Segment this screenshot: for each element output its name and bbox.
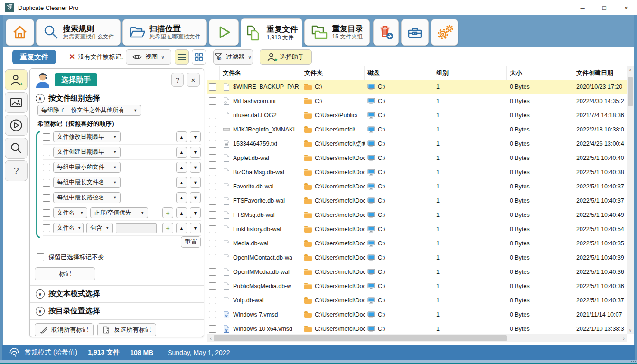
sidebar-item-image-preview[interactable]: [5, 92, 28, 113]
column-header-filename[interactable]: 文件名: [220, 66, 301, 80]
tab-start-scan[interactable]: [209, 19, 239, 46]
unmark-all-button[interactable]: 取消所有标记: [35, 323, 94, 336]
tab-scan-location[interactable]: 扫描位置 您希望在哪查找文件: [122, 19, 207, 46]
move-up-button[interactable]: ▲: [176, 162, 187, 173]
close-button[interactable]: ×: [615, 0, 637, 15]
scroll-down-arrow-icon[interactable]: ∨: [627, 327, 634, 334]
rule-checkbox[interactable]: [43, 224, 50, 232]
column-header-size[interactable]: 大小: [507, 66, 573, 80]
row-checkbox[interactable]: [209, 97, 216, 105]
sidebar-item-search[interactable]: [5, 138, 28, 159]
maximize-button[interactable]: □: [593, 0, 615, 15]
row-checkbox[interactable]: [209, 240, 216, 247]
table-row[interactable]: FTSFavorite.db-walC:\Users\mefcl\DocumeC…: [207, 194, 627, 208]
table-row[interactable]: BizChatMsg.db-walC:\Users\mefcl\DocumeC:…: [207, 165, 627, 179]
scroll-right-arrow-icon[interactable]: ›: [620, 334, 627, 342]
keep-marks-checkbox[interactable]: [37, 253, 44, 261]
tab-duplicate-folders[interactable]: 重复目录 15 文件夹组: [304, 19, 370, 46]
row-checkbox[interactable]: [209, 211, 216, 219]
table-row[interactable]: ntuser.dat.LOG2C:\Users\Public\C:\10 Byt…: [207, 108, 627, 122]
move-up-button[interactable]: ▲: [176, 147, 187, 158]
row-checkbox[interactable]: [209, 225, 216, 233]
row-checkbox[interactable]: [209, 297, 216, 304]
move-up-button[interactable]: ▲: [176, 192, 187, 203]
table-row[interactable]: Applet.db-walC:\Users\mefcl\DocumeC:\10 …: [207, 151, 627, 165]
table-row[interactable]: 15334464759.txtC:\Users\mefcl\桌面\C:\10 B…: [207, 137, 627, 151]
move-down-button[interactable]: ▼: [190, 177, 201, 188]
section-select-by-text[interactable]: ∨ 按文本模式选择: [36, 289, 100, 299]
table-row[interactable]: Windows 10 x64.vmsdC:\Users\mefcl\Docume…: [207, 322, 627, 334]
tab-search-rules[interactable]: 搜索规则 您需要查找什么文件: [36, 19, 121, 46]
table-row[interactable]: Voip.db-walC:\Users\mefcl\DocumeC:\10 By…: [207, 293, 627, 308]
rule-operator-dropdown[interactable]: 包含▼: [86, 223, 113, 233]
filter-dropdown[interactable]: 0 过滤器 ∨: [213, 49, 253, 65]
rule-field-dropdown[interactable]: 文件名▼: [53, 207, 87, 218]
move-down-button[interactable]: ▼: [190, 162, 201, 173]
rule-operator-dropdown[interactable]: 正序/空值优先▼: [90, 207, 148, 218]
rule-field-dropdown[interactable]: 文件修改日期最早▼: [53, 131, 121, 142]
column-header-group[interactable]: 组别: [433, 66, 507, 80]
move-up-button[interactable]: ▲: [176, 177, 187, 188]
tab-tools[interactable]: [401, 19, 429, 46]
list-view-button[interactable]: [175, 49, 189, 65]
row-checkbox[interactable]: [209, 183, 216, 190]
tab-duplicate-files[interactable]: 重复文件 1,913 文件: [241, 18, 302, 47]
add-rule-button[interactable]: +: [162, 223, 173, 233]
selection-assistant-button[interactable]: ★ 选择助手: [260, 49, 312, 65]
row-checkbox[interactable]: [209, 140, 216, 148]
move-down-button[interactable]: ▼: [190, 207, 201, 218]
column-header-disk[interactable]: 磁盘: [365, 66, 433, 80]
grid-view-button[interactable]: [192, 49, 206, 65]
table-row[interactable]: PublicMsgMedia.db-wC:\Users\mefcl\Docume…: [207, 279, 627, 293]
row-checkbox[interactable]: [209, 154, 216, 162]
rule-checkbox[interactable]: [43, 164, 50, 171]
move-up-button[interactable]: ▲: [176, 207, 187, 218]
table-row[interactable]: Favorite.db-walC:\Users\mefcl\DocumeC:\1…: [207, 179, 627, 194]
rule-field-dropdown[interactable]: 每组中最长文件名▼: [53, 177, 121, 188]
rule-field-dropdown[interactable]: 文件创建日期最早▼: [53, 147, 121, 158]
rule-value-input[interactable]: [116, 223, 157, 233]
header-checkbox-column[interactable]: [207, 66, 220, 80]
move-down-button[interactable]: ▼: [190, 147, 201, 158]
rule-checkbox[interactable]: [43, 149, 50, 156]
row-checkbox[interactable]: [209, 282, 216, 290]
rule-checkbox[interactable]: [43, 209, 50, 217]
move-down-button[interactable]: ▼: [190, 223, 201, 233]
panel-help-button[interactable]: ?: [171, 73, 184, 87]
rule-checkbox[interactable]: [43, 179, 50, 187]
row-checkbox[interactable]: [209, 311, 216, 318]
row-checkbox[interactable]: [209, 268, 216, 276]
sidebar-item-selection-assistant[interactable]: ★: [5, 69, 28, 90]
tab-home[interactable]: [6, 19, 34, 46]
row-checkbox[interactable]: [209, 325, 216, 333]
scroll-up-arrow-icon[interactable]: ∧: [627, 66, 634, 73]
move-down-button[interactable]: ▼: [190, 192, 201, 203]
column-header-created[interactable]: 文件创建日期: [573, 66, 627, 80]
view-dropdown[interactable]: 视图 ∨: [126, 49, 171, 65]
rule-field-dropdown[interactable]: 每组中最长路径名▼: [53, 192, 121, 203]
rule-checkbox[interactable]: [43, 194, 50, 202]
horizontal-scrollbar[interactable]: ‹ ›: [207, 334, 627, 342]
sidebar-item-help[interactable]: ?: [5, 160, 28, 181]
row-checkbox[interactable]: [209, 197, 216, 205]
panel-close-button[interactable]: ×: [187, 73, 200, 87]
move-down-button[interactable]: ▼: [190, 131, 201, 142]
table-row[interactable]: OpenIMContact.db-waC:\Users\mefcl\Docume…: [207, 251, 627, 265]
row-checkbox[interactable]: [209, 112, 216, 119]
table-row[interactable]: Windows 7.vmsdC:\Users\mefcl\DocumeC:\10…: [207, 308, 627, 322]
row-checkbox[interactable]: [209, 83, 216, 91]
minimize-button[interactable]: ─: [571, 0, 593, 15]
row-checkbox[interactable]: [209, 126, 216, 133]
scroll-left-arrow-icon[interactable]: ‹: [207, 334, 214, 342]
column-header-folder[interactable]: 文件夹: [301, 66, 365, 80]
table-row[interactable]: $WINRE_BACKUP_PARC:\C:\10 Bytes2020/10/2…: [207, 80, 627, 94]
move-up-button[interactable]: ▲: [176, 223, 187, 233]
row-checkbox[interactable]: [209, 254, 216, 261]
section-select-by-location[interactable]: ∨ 按目录位置选择: [36, 306, 100, 316]
move-up-button[interactable]: ▲: [176, 131, 187, 142]
section-select-by-group[interactable]: ∧ 按文件组别选择: [36, 93, 100, 103]
reset-button[interactable]: 重置: [181, 236, 201, 248]
rule-field-dropdown[interactable]: 每组中最小的文件▼: [53, 162, 121, 173]
table-row[interactable]: MiFlashvcom.iniC:\C:\10 Bytes2022/4/30 1…: [207, 94, 627, 108]
group-mode-dropdown[interactable]: 每组除了一份文件之外其他所有 ▼: [37, 105, 141, 116]
